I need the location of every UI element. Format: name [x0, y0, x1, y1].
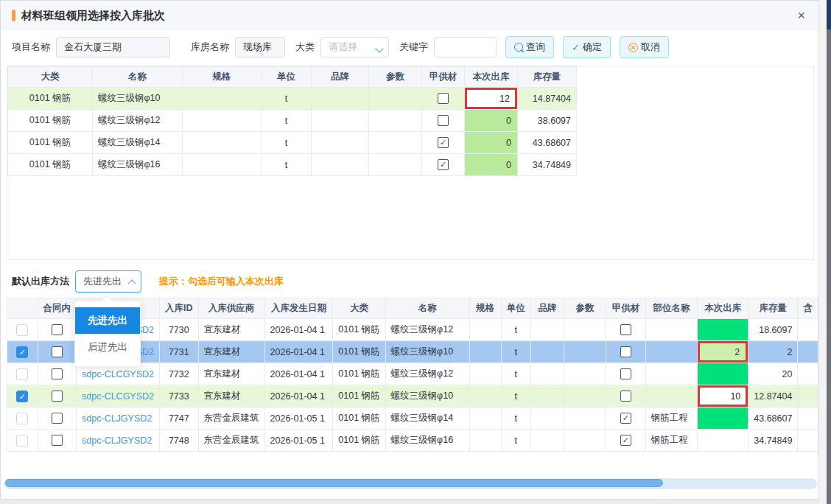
- row-select-checkbox[interactable]: [16, 368, 28, 380]
- qty-out-value[interactable]: 0: [465, 110, 517, 131]
- row-select-checkbox[interactable]: [16, 324, 28, 336]
- extra-cell: [798, 319, 818, 341]
- batch-row[interactable]: ✓sdpc-CLCGYSD27733宜东建材2026-01-04 10101 钢…: [7, 385, 818, 407]
- query-button[interactable]: 查询: [505, 36, 554, 58]
- contract-in-checkbox[interactable]: [52, 346, 63, 357]
- brand-cell: [530, 430, 564, 452]
- method-option-1[interactable]: 后进先出: [75, 334, 140, 360]
- spec-cell: [469, 385, 501, 407]
- batch-header-15: 库存量: [748, 298, 798, 319]
- contract-in-checkbox[interactable]: [52, 368, 63, 379]
- qty-out-value[interactable]: [698, 363, 748, 385]
- contract-in-checkbox[interactable]: [52, 324, 63, 335]
- row-select-checkbox[interactable]: [16, 435, 28, 447]
- qty-out-value[interactable]: [698, 319, 748, 340]
- qty-out-input[interactable]: 12: [467, 90, 515, 107]
- owner-supplied-checkbox[interactable]: [438, 93, 449, 104]
- horizontal-scrollbar[interactable]: [4, 478, 817, 489]
- qty-out-value[interactable]: 2: [700, 343, 746, 360]
- owner-supplied-checkbox[interactable]: ✓: [620, 435, 631, 446]
- project-name-input[interactable]: 金石大厦三期: [56, 37, 170, 57]
- owner-supplied-cell: ✓: [606, 430, 645, 452]
- qty-out-input[interactable]: 10: [700, 388, 746, 405]
- category-cell: 0101 钢筋: [8, 132, 93, 154]
- keyword-input[interactable]: [434, 37, 497, 57]
- category-cell: 0101 钢筋: [333, 430, 385, 452]
- row-select-checkbox[interactable]: ✓: [16, 346, 28, 358]
- qty-out-value[interactable]: 0: [465, 132, 517, 153]
- contract-in-cell: [38, 341, 77, 363]
- close-icon[interactable]: ×: [797, 8, 805, 23]
- scrollbar-thumb[interactable]: [5, 479, 663, 487]
- select-cell: [7, 407, 38, 430]
- summary-row[interactable]: 0101 钢筋螺纹三级钢φ10t1214.87404: [8, 88, 577, 110]
- param-cell: [564, 319, 606, 341]
- summary-row[interactable]: 0101 钢筋螺纹三级钢φ16t✓034.74849: [8, 154, 577, 176]
- warehouse-name-input[interactable]: 现场库: [235, 37, 285, 57]
- stock-cell: 34.74849: [518, 154, 577, 176]
- keyword-label: 关键字: [399, 41, 428, 54]
- stock-cell: 2: [748, 341, 798, 363]
- summary-grid: 大类名称规格单位品牌参数甲供材本次出库库存量 0101 钢筋螺纹三级钢φ10t1…: [7, 66, 814, 260]
- batch-header-6: 大类: [333, 298, 385, 319]
- category-select[interactable]: 请选择: [320, 37, 389, 57]
- spec-cell: [469, 363, 501, 385]
- batch-row[interactable]: sdpc-CLJGYSD27748东营金辰建筑2026-01-05 10101 …: [7, 430, 818, 452]
- owner-supplied-checkbox[interactable]: ✓: [620, 413, 631, 424]
- batch-header-4: 入库供应商: [198, 298, 264, 319]
- name-cell: 螺纹三级钢φ12: [93, 110, 183, 132]
- contract-in-checkbox[interactable]: [52, 391, 63, 402]
- stock-cell: 43.68607: [518, 132, 577, 154]
- batch-header-1: 合同内: [38, 298, 77, 319]
- method-option-0[interactable]: 先进先出: [75, 307, 140, 334]
- brand-cell: [530, 385, 564, 407]
- qty-out-value[interactable]: 0: [465, 154, 517, 175]
- contract-in-checkbox[interactable]: [52, 413, 63, 424]
- unit-cell: t: [501, 407, 530, 430]
- qty-out-cell: [698, 363, 748, 385]
- owner-supplied-checkbox[interactable]: [438, 115, 449, 126]
- owner-supplied-checkbox[interactable]: ✓: [438, 159, 449, 170]
- batch-header-16: 含: [798, 298, 818, 319]
- batch-header-5: 入库发生日期: [264, 298, 333, 319]
- contract-no-link[interactable]: sdpc-CLJGYSD2: [82, 413, 152, 424]
- inbound-date-cell: 2026-01-04 1: [264, 341, 333, 363]
- unit-cell: t: [501, 319, 530, 341]
- summary-header-6: 甲供材: [422, 67, 465, 88]
- qty-out-value[interactable]: [698, 407, 748, 429]
- confirm-button[interactable]: ✓ 确定: [563, 36, 611, 58]
- default-method-label: 默认出库方法: [12, 275, 69, 288]
- contract-in-checkbox[interactable]: [52, 435, 63, 446]
- name-cell: 螺纹三级钢φ12: [385, 363, 469, 385]
- summary-row[interactable]: 0101 钢筋螺纹三级钢φ14t✓043.68607: [8, 132, 577, 154]
- owner-supplied-checkbox[interactable]: ✓: [438, 137, 449, 148]
- summary-row[interactable]: 0101 钢筋螺纹三级钢φ12t038.6097: [8, 110, 577, 132]
- unit-cell: t: [501, 341, 530, 363]
- category-cell: 0101 钢筋: [333, 363, 385, 385]
- stock-cell: 14.87404: [518, 88, 577, 110]
- owner-supplied-checkbox[interactable]: [620, 391, 631, 402]
- brand-cell: [312, 132, 369, 154]
- row-select-checkbox[interactable]: [16, 413, 28, 424]
- summary-header-2: 规格: [183, 67, 262, 88]
- batch-header-10: 品牌: [530, 298, 564, 319]
- owner-supplied-checkbox[interactable]: [620, 324, 631, 335]
- contract-no-link[interactable]: sdpc-CLCGYSD2: [82, 391, 154, 402]
- contract-no-link[interactable]: sdpc-CLJGYSD2: [82, 435, 152, 446]
- batch-row[interactable]: sdpc-CLJGYSD27747东营金辰建筑2026-01-05 10101 …: [7, 407, 818, 430]
- row-select-checkbox[interactable]: ✓: [16, 391, 28, 402]
- batch-header-9: 单位: [501, 298, 530, 319]
- spec-cell: [469, 407, 501, 430]
- stock-cell: 38.6097: [518, 110, 577, 132]
- supplier-cell: 宜东建材: [198, 363, 264, 385]
- unit-cell: t: [262, 88, 312, 110]
- default-method-select[interactable]: 先进先出: [75, 270, 141, 293]
- spec-cell: [469, 430, 501, 452]
- contract-no-link[interactable]: sdpc-CLCGYSD2: [82, 369, 154, 379]
- owner-supplied-checkbox[interactable]: [620, 368, 631, 379]
- inbound-id-cell: 7731: [160, 341, 199, 363]
- unit-cell: t: [501, 385, 530, 407]
- brand-cell: [530, 363, 564, 385]
- cancel-button[interactable]: ✕ 取消: [620, 36, 669, 58]
- owner-supplied-checkbox[interactable]: [620, 346, 631, 357]
